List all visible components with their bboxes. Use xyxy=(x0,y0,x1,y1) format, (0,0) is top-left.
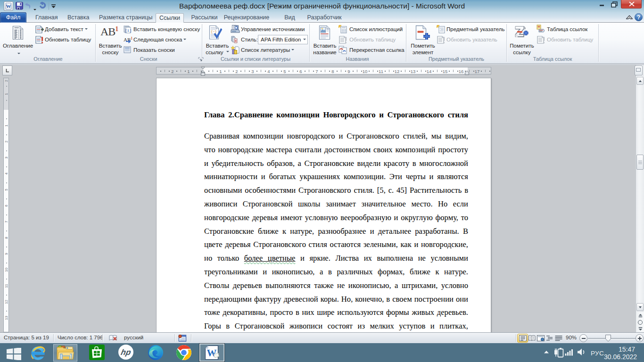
svg-text:W: W xyxy=(6,3,11,9)
svg-text:{~}: {~} xyxy=(211,30,217,33)
svg-text:[i]: [i] xyxy=(125,28,132,33)
